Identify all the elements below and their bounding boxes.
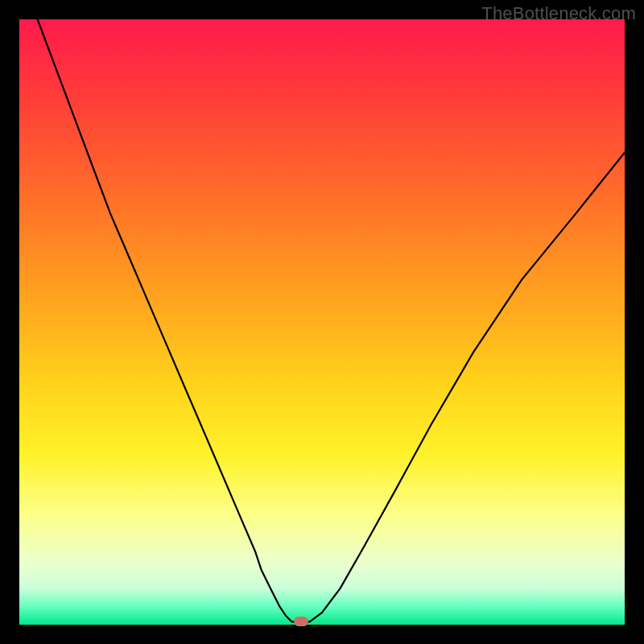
outer-frame: TheBottleneck.com: [0, 0, 644, 644]
bottleneck-curve: [19, 19, 625, 625]
plot-area: [19, 19, 625, 625]
bottleneck-marker: [294, 617, 308, 626]
curve-path: [38, 19, 625, 623]
watermark-text: TheBottleneck.com: [481, 3, 636, 24]
